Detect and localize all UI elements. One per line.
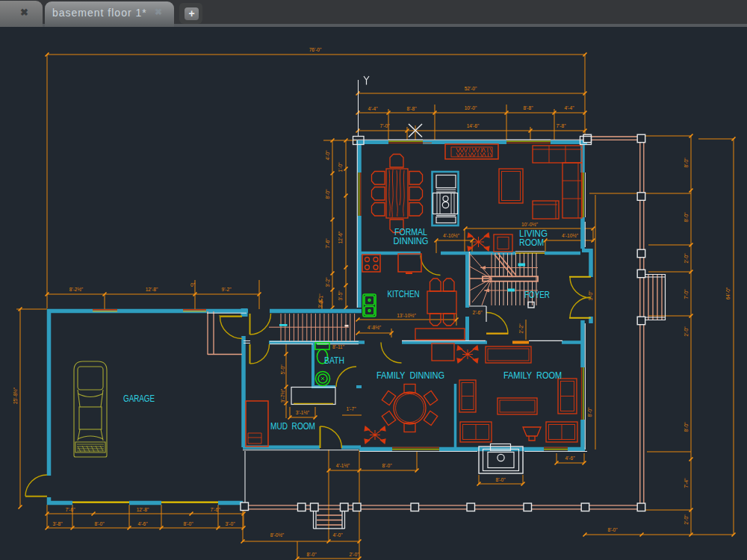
svg-text:25'-8½": 25'-8½" [13, 387, 18, 404]
svg-text:12'-8": 12'-8" [137, 507, 149, 512]
svg-text:7'-6": 7'-6" [66, 507, 76, 512]
svg-text:7'-0": 7'-0" [380, 123, 391, 128]
svg-text:2'-6": 2'-6" [473, 310, 483, 315]
svg-text:3'-0": 3'-0" [588, 290, 593, 301]
svg-text:4'-10½": 4'-10½" [443, 233, 460, 238]
svg-text:10'-0": 10'-0" [465, 105, 477, 111]
svg-text:MUD ROOM: MUD ROOM [270, 421, 315, 432]
svg-text:8'-0": 8'-0" [587, 407, 592, 417]
svg-text:76'-0": 76'-0" [309, 47, 322, 52]
svg-text:8'-11": 8'-11" [332, 344, 345, 349]
svg-text:8'-0": 8'-0" [184, 521, 194, 526]
svg-text:8'-0": 8'-0" [684, 158, 689, 168]
svg-text:52'-0": 52'-0" [465, 86, 477, 91]
svg-text:7'-6": 7'-6" [211, 507, 221, 512]
svg-text:4'-4": 4'-4" [565, 105, 575, 111]
svg-text:8'-0": 8'-0" [382, 463, 393, 468]
svg-text:2'-0": 2'-0" [684, 253, 689, 264]
svg-text:0": 0" [190, 282, 196, 287]
svg-text:8'-8": 8'-8" [524, 105, 534, 111]
svg-text:8'-0": 8'-0" [325, 189, 330, 199]
svg-text:FAMILY ROOM: FAMILY ROOM [503, 370, 562, 381]
svg-text:4'-0": 4'-0" [333, 532, 344, 538]
svg-text:8'-0": 8'-0" [608, 527, 619, 532]
svg-text:8'-2½": 8'-2½" [69, 287, 84, 292]
svg-text:2'-2": 2'-2" [518, 323, 524, 334]
svg-text:13'-10½": 13'-10½" [397, 313, 416, 318]
svg-text:8'-0": 8'-0" [684, 422, 689, 432]
svg-text:64'-0": 64'-0" [725, 287, 731, 299]
svg-text:8'-0½": 8'-0½" [270, 532, 285, 538]
svg-text:8'-0": 8'-0" [307, 552, 317, 557]
svg-text:FOYER: FOYER [524, 290, 550, 300]
svg-text:12'-6": 12'-6" [338, 231, 343, 243]
svg-text:2'-0": 2'-0" [350, 552, 360, 557]
svg-text:4'-6": 4'-6" [138, 521, 149, 526]
svg-text:3'-1½": 3'-1½" [296, 410, 310, 415]
svg-text:3'-8": 3'-8" [53, 521, 63, 526]
svg-text:7'-8": 7'-8" [557, 123, 567, 128]
svg-text:3'-2": 3'-2" [325, 277, 330, 287]
svg-text:10'-0½": 10'-0½" [521, 222, 539, 227]
svg-text:7'-4": 7'-4" [684, 478, 689, 488]
svg-text:5'-0": 5'-0" [280, 364, 285, 375]
svg-text:9'-2": 9'-2" [222, 287, 232, 292]
svg-text:3'-7½": 3'-7½" [280, 388, 285, 402]
svg-text:7'-0": 7'-0" [684, 289, 689, 299]
svg-text:1'-0": 1'-0" [338, 162, 343, 172]
svg-text:12'-8": 12'-8" [146, 287, 158, 292]
svg-text:2'-0": 2'-0" [684, 326, 689, 337]
svg-text:DINNING: DINNING [394, 236, 429, 246]
svg-text:4'-6": 4'-6" [565, 455, 576, 461]
svg-text:8'-8": 8'-8" [407, 106, 418, 111]
svg-text:1'-7": 1'-7" [347, 406, 357, 411]
svg-text:7'-6": 7'-6" [325, 238, 330, 249]
svg-text:4'-4": 4'-4" [368, 106, 379, 111]
svg-text:2'-0": 2'-0" [684, 514, 689, 525]
svg-text:4'-8½": 4'-8½" [368, 325, 382, 330]
svg-text:3'-4": 3'-4" [317, 298, 323, 308]
svg-text:8'-0": 8'-0" [95, 521, 105, 526]
svg-text:8'-0": 8'-0" [496, 477, 506, 482]
svg-text:ROOM: ROOM [519, 237, 544, 248]
svg-text:8'-0": 8'-0" [684, 212, 689, 223]
svg-text:3'-5": 3'-5" [338, 290, 343, 301]
svg-text:4'-10½": 4'-10½" [562, 233, 579, 238]
svg-text:KITCHEN: KITCHEN [388, 289, 420, 299]
svg-text:BATH: BATH [324, 355, 344, 366]
svg-text:GARAGE: GARAGE [123, 393, 155, 404]
svg-text:3'-0": 3'-0" [226, 521, 236, 526]
svg-text:4'-1½": 4'-1½" [336, 463, 350, 468]
svg-text:4'-0": 4'-0" [325, 150, 330, 161]
svg-text:14'-6": 14'-6" [467, 123, 480, 128]
svg-text:FAMILY DINNING: FAMILY DINNING [376, 370, 444, 381]
